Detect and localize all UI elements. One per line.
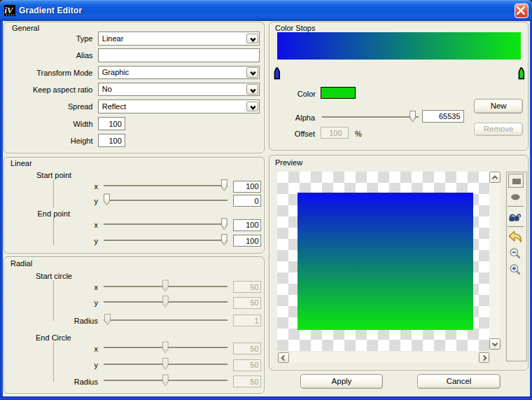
svg-text:iV: iV — [4, 6, 13, 15]
